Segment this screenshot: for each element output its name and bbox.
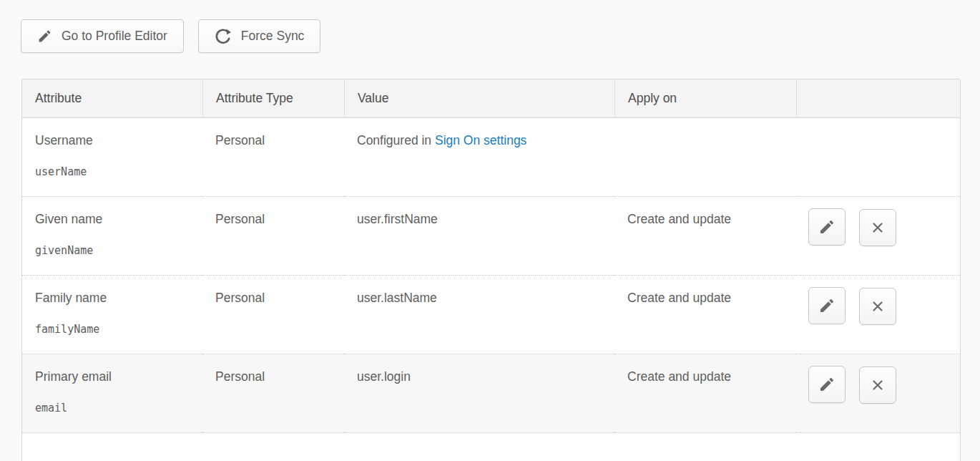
delete-attribute-button[interactable] xyxy=(859,209,896,246)
attribute-cell: Primary email email xyxy=(22,354,202,433)
delete-attribute-button[interactable] xyxy=(859,288,896,325)
attribute-variable: email xyxy=(35,402,190,414)
attribute-variable: givenName xyxy=(35,244,190,257)
apply-on-cell: Create and update xyxy=(614,197,796,276)
force-sync-label: Force Sync xyxy=(241,29,305,44)
pencil-icon xyxy=(818,218,836,236)
actions-cell xyxy=(796,354,961,433)
go-to-profile-editor-label: Go to Profile Editor xyxy=(62,29,167,44)
value-cell: user.login xyxy=(344,354,614,433)
close-icon xyxy=(870,377,886,393)
attribute-label: Username xyxy=(35,133,190,148)
attribute-label: Given name xyxy=(35,212,190,227)
attribute-label: Family name xyxy=(35,291,190,306)
attribute-label: Primary email xyxy=(35,369,190,384)
sign-on-settings-link[interactable]: Sign On settings xyxy=(435,133,526,147)
table-row: Given name givenName Personal user.first… xyxy=(22,197,961,276)
delete-attribute-button[interactable] xyxy=(859,367,896,404)
pencil-icon xyxy=(818,297,836,314)
column-header-attribute-type: Attribute Type xyxy=(202,79,344,118)
value-cell: Configured in Sign On settings xyxy=(344,118,614,197)
column-header-apply-on: Apply on xyxy=(614,79,796,118)
attribute-variable: userName xyxy=(35,165,190,178)
column-header-actions xyxy=(796,79,961,118)
edit-attribute-button[interactable] xyxy=(808,208,846,246)
apply-on-cell: Create and update xyxy=(614,276,796,354)
edit-attribute-button[interactable] xyxy=(808,366,846,403)
value-text: Configured in xyxy=(357,133,435,147)
actions-cell xyxy=(796,118,961,197)
attribute-cell: Username userName xyxy=(22,118,202,197)
table-row: Username userName Personal Configured in… xyxy=(22,118,961,197)
table-row: Family name familyName Personal user.las… xyxy=(22,276,961,354)
close-icon xyxy=(870,299,886,314)
attribute-type-cell: Personal xyxy=(202,354,344,433)
table-row-partial xyxy=(22,433,961,461)
table-row: Primary email email Personal user.login … xyxy=(22,354,961,433)
attribute-cell: Given name givenName xyxy=(22,197,202,276)
column-header-value: Value xyxy=(344,79,614,118)
close-icon xyxy=(870,220,886,236)
pencil-icon xyxy=(37,29,52,44)
attribute-type-cell: Personal xyxy=(202,197,344,276)
value-cell: user.lastName xyxy=(344,276,614,354)
attribute-cell: Family name familyName xyxy=(22,276,202,354)
attribute-variable: familyName xyxy=(35,323,190,336)
apply-on-cell xyxy=(614,118,796,197)
go-to-profile-editor-button[interactable]: Go to Profile Editor xyxy=(21,19,184,53)
attribute-type-cell: Personal xyxy=(202,118,344,197)
refresh-icon xyxy=(215,28,232,45)
value-cell: user.firstName xyxy=(344,197,614,276)
actions-cell xyxy=(796,276,961,354)
actions-cell xyxy=(796,197,961,276)
table-header-row: Attribute Attribute Type Value Apply on xyxy=(22,79,961,118)
attribute-type-cell: Personal xyxy=(202,276,344,354)
force-sync-button[interactable]: Force Sync xyxy=(198,19,321,53)
column-header-attribute: Attribute xyxy=(22,79,202,118)
pencil-icon xyxy=(818,376,836,393)
empty-row-area xyxy=(22,433,961,461)
edit-attribute-button[interactable] xyxy=(808,287,846,324)
toolbar: Go to Profile Editor Force Sync xyxy=(21,19,320,53)
apply-on-cell: Create and update xyxy=(614,354,796,433)
attribute-mapping-table: Attribute Attribute Type Value Apply on … xyxy=(21,79,961,461)
